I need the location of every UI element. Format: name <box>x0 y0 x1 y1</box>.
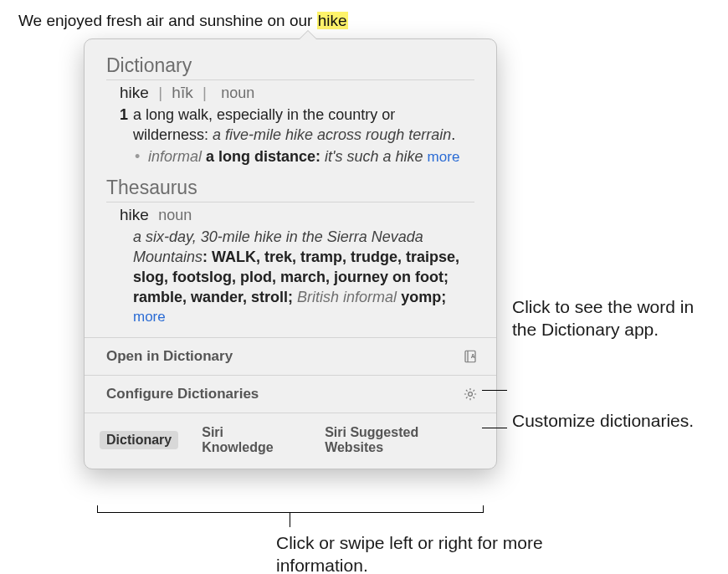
sub-def-example: it's such a hike <box>325 148 423 165</box>
leader-line <box>483 505 484 513</box>
tab-dictionary[interactable]: Dictionary <box>100 431 178 449</box>
definition-number: 1 <box>120 106 128 123</box>
open-in-dictionary-label: Open in Dictionary <box>106 348 233 365</box>
dictionary-definition-body: 1a long walk, especially in the country … <box>120 105 474 167</box>
configure-dictionaries-label: Configure Dictionaries <box>106 386 259 402</box>
leader-line <box>97 512 484 513</box>
regional-synonym: yomp; <box>401 289 446 305</box>
sentence-prefix: We enjoyed fresh air and sunshine on our <box>18 12 317 29</box>
thesaurus-more-link[interactable]: more <box>133 309 166 325</box>
dictionary-pos: noun <box>221 85 254 101</box>
leader-line <box>97 505 98 513</box>
dictionary-example: a five-mile hike across rough terrain <box>213 126 451 143</box>
callout-customize: Customize dictionaries. <box>512 410 713 433</box>
usage-label: informal <box>148 148 202 165</box>
sub-def-text: a long distance: <box>206 148 320 165</box>
lookup-popover: Dictionary hike | hīk | noun 1a long wal… <box>84 38 497 469</box>
open-in-dictionary-row[interactable]: Open in Dictionary A <box>85 337 496 375</box>
svg-point-3 <box>469 392 473 397</box>
callout-tabs: Click or swipe left or right for more in… <box>276 532 611 574</box>
dictionary-more-link[interactable]: more <box>428 149 460 165</box>
source-sentence: We enjoyed fresh air and sunshine on our… <box>18 12 348 30</box>
leader-line <box>482 428 507 428</box>
thesaurus-body: a six-day, 30-mile hike in the Sierra Ne… <box>120 228 474 327</box>
svg-text:A: A <box>471 353 475 359</box>
dictionary-phonetic: hīk <box>172 84 192 101</box>
gear-icon <box>463 387 478 402</box>
regional-label: British informal <box>297 289 397 305</box>
leader-line <box>482 390 507 391</box>
tab-siri-suggested-websites[interactable]: Siri Suggested Websites <box>318 423 481 457</box>
dictionary-headword-line: hike | hīk | noun <box>120 84 474 102</box>
dictionary-subdefinition: informal a long distance: it's such a hi… <box>133 147 474 167</box>
thesaurus-headword-line: hike noun <box>120 206 474 224</box>
dictionary-entry: hike | hīk | noun 1a long walk, especial… <box>106 84 474 167</box>
dictionary-headword: hike <box>120 84 149 101</box>
dictionary-section-title: Dictionary <box>106 54 474 80</box>
thesaurus-pos: noun <box>158 207 192 223</box>
leader-line <box>290 512 290 527</box>
tab-siri-knowledge[interactable]: Siri Knowledge <box>195 423 301 457</box>
thesaurus-entry: hike noun a six-day, 30-mile hike in the… <box>106 206 474 327</box>
callout-open-in-app: Click to see the word in the Dictionary … <box>512 296 713 341</box>
highlighted-word[interactable]: hike <box>317 12 348 29</box>
thesaurus-headword: hike <box>120 206 149 223</box>
thesaurus-section-title: Thesaurus <box>106 177 474 202</box>
dictionary-app-icon: A <box>463 349 478 364</box>
lookup-tab-bar: Dictionary Siri Knowledge Siri Suggested… <box>85 413 496 469</box>
configure-dictionaries-row[interactable]: Configure Dictionaries <box>85 375 496 413</box>
